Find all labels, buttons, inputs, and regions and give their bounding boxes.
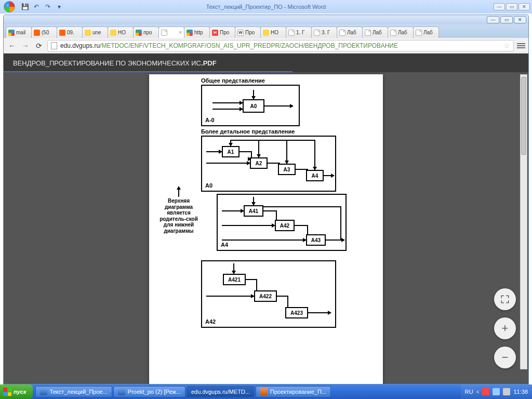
qat-dropdown-icon[interactable]: ▾ — [55, 3, 63, 11]
quick-access-toolbar: 💾 ↶ ↷ ▾ — [19, 3, 65, 11]
chrome-close-button[interactable]: ✕ — [514, 16, 526, 23]
tab-close-icon[interactable]: × — [179, 30, 182, 35]
arrow-icon — [222, 240, 306, 241]
reload-button[interactable]: ⟳ — [34, 41, 44, 51]
browser-tab[interactable]: 09. — [57, 26, 83, 38]
browser-tab[interactable]: Лаб — [413, 26, 439, 38]
office-button[interactable] — [0, 0, 19, 14]
tab-label: 09. — [67, 30, 74, 35]
browser-tab[interactable]: Лаб — [337, 26, 363, 38]
browser-tab[interactable]: 3. Г — [311, 26, 337, 38]
windows-logo-icon — [3, 388, 11, 396]
start-button[interactable]: пуск — [0, 384, 33, 399]
browser-tab[interactable]: × — [158, 26, 184, 38]
language-indicator[interactable]: RU — [465, 389, 473, 395]
node-a43: A43 — [306, 234, 326, 246]
tab-label: про — [143, 30, 152, 35]
chrome-caption-bar: — ▭ ✕ — [4, 15, 528, 24]
windows-taskbar: пуск Текст_лекций_Прое...Proekt_po (2) [… — [0, 384, 532, 399]
browser-tab[interactable]: про — [133, 26, 159, 38]
tab-label: Про — [245, 30, 255, 35]
arrow-icon — [264, 105, 293, 107]
fit-icon — [500, 295, 510, 304]
taskbar-app-label: Proekt_po (2) [Реж... — [128, 389, 181, 395]
tab-label: Про — [220, 30, 229, 35]
chrome-minimize-button[interactable]: — — [487, 16, 499, 23]
undo-icon[interactable]: ↶ — [32, 3, 41, 11]
arrow-up-icon — [178, 187, 179, 197]
browser-tab[interactable]: WПро — [235, 26, 261, 38]
volume-icon[interactable] — [503, 388, 510, 395]
redo-icon[interactable]: ↷ — [44, 3, 52, 11]
browser-tab[interactable]: mail — [6, 26, 32, 38]
zoom-in-button[interactable]: + — [494, 317, 516, 339]
frame-label-a42: A42 — [205, 318, 216, 325]
node-a41: A41 — [244, 205, 263, 217]
tray-expand-icon[interactable]: < — [476, 389, 480, 395]
vertical-scrollbar[interactable] — [520, 74, 527, 369]
browser-tab[interactable]: HПро — [209, 26, 235, 38]
tab-label: Лаб — [347, 30, 356, 35]
taskbar-app-button[interactable]: edu.dvgups.ru/METD... — [187, 386, 255, 397]
favicon-icon — [390, 30, 396, 36]
word-minimize-button[interactable]: — — [494, 3, 505, 10]
taskbar-app-button[interactable]: Проектирование_П... — [256, 386, 331, 397]
address-bar[interactable]: edu.dvgups.ru/METDOC/ENF/VTECH_KOMPGRAF/… — [47, 40, 514, 51]
tab-label: mail — [16, 30, 25, 35]
chrome-menu-button[interactable] — [517, 43, 525, 48]
tab-label: 3. Г — [322, 30, 330, 35]
favicon-icon — [161, 30, 167, 36]
zoom-out-button[interactable]: − — [494, 347, 516, 368]
side-annotation: Верхняя диаграмма является родитель-ской… — [157, 198, 200, 234]
security-icon[interactable] — [482, 388, 489, 395]
taskbar-app-button[interactable]: Текст_лекций_Прое... — [35, 386, 112, 397]
chrome-tabstrip: mail(5009.uneНОпро×httpHПроWПроНО1. Г3. … — [4, 24, 528, 38]
tab-label: НО — [271, 30, 278, 35]
favicon-icon — [110, 30, 116, 36]
pdf-viewer[interactable]: Общее представление A0 A-0 Более детальн… — [4, 72, 528, 384]
clock[interactable]: 11:38 — [513, 389, 528, 395]
forward-button[interactable]: → — [20, 41, 31, 51]
arrow-icon — [206, 296, 254, 297]
arrow-icon — [314, 140, 315, 170]
word-maximize-button[interactable]: ▭ — [506, 3, 517, 10]
browser-tab[interactable]: (50 — [31, 26, 57, 38]
diagram-heading-1: Общее представление — [201, 77, 352, 84]
favicon-icon — [263, 30, 269, 36]
favicon-icon — [288, 30, 295, 36]
chrome-maximize-button[interactable]: ▭ — [500, 16, 513, 23]
browser-tab[interactable]: НО — [108, 26, 134, 38]
word-close-button[interactable]: ✕ — [518, 3, 530, 10]
browser-tab[interactable]: une — [82, 26, 108, 38]
favicon-icon — [136, 30, 142, 36]
fit-page-button[interactable] — [494, 288, 516, 310]
frame-label-a0: A0 — [205, 182, 212, 189]
browser-tab[interactable]: 1. Г — [286, 26, 312, 38]
arrow-icon — [233, 263, 234, 274]
taskbar-app-button[interactable]: Proekt_po (2) [Реж... — [113, 386, 185, 397]
favicon-icon — [314, 30, 320, 36]
browser-tab[interactable]: Лаб — [362, 26, 388, 38]
node-a421: A421 — [223, 274, 246, 285]
arrow-icon — [253, 197, 254, 205]
favicon-icon — [365, 30, 371, 36]
node-a3: A3 — [278, 164, 296, 175]
word-icon — [40, 388, 47, 395]
network-icon[interactable] — [493, 388, 500, 395]
back-button[interactable]: ← — [7, 41, 17, 51]
node-a42: A42 — [275, 220, 295, 231]
office-logo-icon — [4, 1, 15, 12]
chrome-toolbar: ← → ⟳ edu.dvgups.ru/METDOC/ENF/VTECH_KOM… — [4, 38, 528, 54]
system-tray: RU < 11:38 — [461, 384, 532, 399]
scrollbar-thumb[interactable] — [521, 77, 526, 155]
browser-tab[interactable]: Лаб — [388, 26, 414, 38]
browser-tab[interactable]: http — [184, 26, 210, 38]
tab-label: 1. Г — [296, 30, 305, 35]
save-icon[interactable]: 💾 — [21, 3, 29, 11]
tab-label: НО — [118, 30, 126, 35]
browser-tab[interactable]: НО — [260, 26, 286, 38]
tab-label: (50 — [42, 30, 49, 35]
bookmark-star-icon[interactable]: ☆ — [503, 42, 510, 50]
favicon-icon — [416, 30, 422, 36]
node-a423: A423 — [285, 307, 308, 318]
